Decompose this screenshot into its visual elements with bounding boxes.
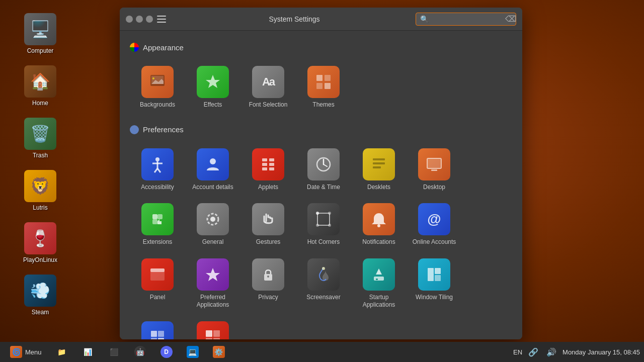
online-accounts-item[interactable]: @ Online Accounts [407, 197, 462, 252]
svg-rect-8 [325, 83, 331, 89]
trash-icon: 🗑️ [24, 118, 56, 150]
svg-rect-6 [325, 75, 331, 81]
workspaces-item[interactable]: Workspaces [185, 315, 240, 339]
datetime-display: Monday January 15, 08:45 [562, 348, 640, 356]
preferred-applications-icon [197, 258, 229, 291]
svg-rect-26 [373, 166, 381, 168]
notifications-item[interactable]: Notifications [351, 197, 407, 252]
monitor-button[interactable]: 📊 [76, 344, 100, 360]
svg-point-3 [152, 77, 154, 79]
svg-line-13 [157, 168, 160, 172]
desktop-icon-steam[interactable]: 💨 Steam [13, 272, 68, 319]
startup-applications-item[interactable]: Startup Applications [351, 252, 407, 315]
themes-item[interactable]: Themes [296, 60, 351, 115]
desktop-icon-home[interactable]: 🏠 Home [13, 62, 68, 110]
svg-point-39 [377, 224, 380, 227]
files-button[interactable]: 📁 [50, 344, 74, 360]
applets-icon [252, 148, 284, 180]
svg-marker-42 [206, 268, 220, 281]
vscode-icon: 💻 [187, 346, 199, 358]
effects-item[interactable]: Effects [185, 60, 240, 115]
accessibility-icon [141, 148, 174, 180]
close-button[interactable] [146, 16, 153, 23]
desklets-item[interactable]: Desklets [351, 142, 407, 198]
steam-label: Steam [32, 309, 49, 316]
preferred-applications-label: Preferred Applications [189, 294, 236, 309]
svg-rect-5 [316, 75, 323, 81]
desktop-icon-trash[interactable]: 🗑️ Trash [13, 115, 68, 162]
terminal-button[interactable]: ⬛ [102, 344, 126, 360]
hot-corners-icon [307, 203, 340, 235]
lang-indicator: EN [513, 348, 522, 356]
screensaver-item[interactable]: Screensaver [296, 252, 351, 315]
applets-item[interactable]: Applets [240, 142, 296, 198]
svg-line-23 [324, 164, 327, 166]
svg-point-9 [155, 157, 159, 161]
account-details-item[interactable]: Account details [185, 142, 240, 198]
svg-rect-18 [269, 158, 274, 161]
date-time-label: Date & Time [307, 184, 340, 192]
windows-item[interactable]: Windows [130, 315, 185, 339]
search-input[interactable] [432, 15, 502, 23]
svg-rect-41 [150, 268, 165, 272]
account-details-icon [197, 148, 229, 180]
window-tiling-label: Window Tiling [416, 294, 453, 302]
desktop-icon-playonlinux[interactable]: 🍷 PlayOnLinux [13, 219, 68, 266]
volume-icon[interactable]: 🔊 [544, 346, 558, 358]
clear-search-button[interactable]: ⌫ [505, 15, 517, 23]
themes-icon [307, 66, 340, 98]
privacy-label: Privacy [258, 294, 278, 302]
applets-label: Applets [258, 184, 278, 192]
screensaver-icon [307, 258, 340, 291]
settings-taskbar-button[interactable]: ⚙️ [207, 344, 231, 360]
font-selection-item[interactable]: Aa Font Selection [240, 60, 296, 115]
discord-button[interactable]: D [154, 344, 179, 360]
online-accounts-icon: @ [418, 203, 450, 235]
assistant-button[interactable]: 🤖 [128, 344, 152, 360]
hot-corners-item[interactable]: Hot Corners [296, 197, 351, 252]
extensions-item[interactable]: Extensions [130, 197, 185, 252]
desktop-icon-computer[interactable]: 🖥️ Computer [13, 10, 68, 57]
svg-rect-52 [151, 331, 157, 337]
maximize-button[interactable] [136, 16, 143, 23]
appearance-section-header: Appearance [130, 43, 512, 52]
search-icon: 🔍 [420, 15, 429, 23]
panel-item[interactable]: Panel [130, 252, 185, 315]
general-label: General [202, 238, 224, 246]
desktop-icon-area: 🖥️ Computer 🏠 Home 🗑️ Trash 🦁 Lutris 🍷 P… [0, 0, 80, 342]
minimize-button[interactable] [126, 16, 133, 23]
privacy-item[interactable]: Privacy [240, 252, 296, 315]
search-bar[interactable]: 🔍 ⌫ [416, 13, 516, 26]
svg-rect-58 [206, 338, 212, 339]
backgrounds-item[interactable]: Backgrounds [130, 60, 185, 115]
preferred-applications-item[interactable]: Preferred Applications [185, 252, 240, 315]
vscode-button[interactable]: 💻 [181, 344, 205, 360]
title-bar: System Settings 🔍 ⌫ [120, 8, 522, 31]
windows-icon [141, 321, 174, 339]
date-time-item[interactable]: Date & Time [296, 142, 351, 198]
discord-icon: D [160, 346, 173, 358]
effects-icon [197, 66, 229, 98]
backgrounds-label: Backgrounds [140, 101, 175, 109]
network-icon[interactable]: 🔗 [526, 346, 540, 358]
svg-point-45 [322, 267, 325, 270]
general-item[interactable]: General [185, 197, 240, 252]
accessibility-item[interactable]: Accessibility [130, 142, 185, 198]
svg-rect-34 [317, 213, 330, 225]
settings-content: Appearance Backgrounds Effects Aa Font S… [120, 31, 522, 339]
desktop-icon-lutris[interactable]: 🦁 Lutris [13, 167, 68, 214]
menu-button[interactable]: 🌀 Menu [4, 344, 48, 360]
svg-rect-47 [376, 279, 378, 280]
svg-rect-46 [374, 277, 384, 281]
svg-rect-30 [157, 214, 163, 219]
svg-rect-16 [262, 163, 267, 166]
extensions-icon [141, 203, 174, 235]
terminal-icon: ⬛ [108, 346, 120, 358]
svg-rect-56 [206, 330, 212, 337]
desktop-item[interactable]: Desktop [407, 142, 462, 198]
window-tiling-item[interactable]: Window Tiling [407, 252, 462, 315]
gestures-item[interactable]: Gestures [240, 197, 296, 252]
desklets-icon [363, 148, 395, 180]
screensaver-label: Screensaver [306, 294, 340, 302]
hamburger-menu-button[interactable] [157, 12, 171, 26]
